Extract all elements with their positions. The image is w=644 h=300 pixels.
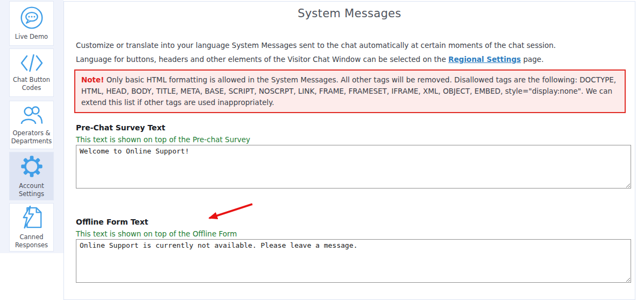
sidebar-item-live-demo[interactable]: Live Demo (9, 1, 54, 46)
regional-settings-link[interactable]: Regional Settings (448, 55, 521, 64)
sidebar-item-label: Live Demo (10, 33, 53, 41)
annotation-arrow-icon (197, 201, 254, 225)
note-box: Note! Only basic HTML formatting is allo… (74, 69, 626, 113)
prechat-survey-textarea[interactable]: Welcome to Online Support! (76, 145, 631, 189)
note-label: Note! (81, 75, 104, 84)
people-icon (20, 104, 44, 126)
sidebar-item-canned-responses[interactable]: Canned Responses (9, 203, 54, 252)
intro-line-2-prefix: Language for buttons, headers and other … (76, 55, 448, 64)
prechat-survey-description: This text is shown on top of the Pre-cha… (76, 135, 250, 144)
intro-line-1: Customize or translate into your languag… (76, 41, 556, 50)
lightning-page-icon (19, 205, 44, 230)
sidebar-item-label: Chat Button Codes (10, 76, 53, 92)
chat-bubble-icon (20, 6, 44, 30)
offline-form-heading: Offline Form Text (76, 218, 148, 226)
page-title: System Messages (64, 7, 635, 20)
prechat-survey-heading: Pre-Chat Survey Text (76, 123, 165, 132)
main-panel: System Messages Customize or translate i… (63, 1, 635, 300)
gear-icon (19, 154, 44, 179)
offline-form-description: This text is shown on top of the Offline… (76, 229, 237, 238)
sidebar-item-operators-departments[interactable]: Operators & Departments (9, 101, 54, 149)
offline-form-textarea[interactable]: Online Support is currently not availabl… (76, 239, 631, 283)
code-icon (19, 53, 44, 73)
intro-line-2: Language for buttons, headers and other … (76, 55, 543, 64)
sidebar-item-account-settings[interactable]: Account Settings (9, 152, 54, 200)
sidebar-item-chat-button-codes[interactable]: Chat Button Codes (9, 48, 54, 97)
sidebar-item-label: Operators & Departments (10, 129, 53, 145)
note-text: Only basic HTML formatting is allowed in… (81, 75, 616, 107)
sidebar-item-label: Account Settings (10, 182, 53, 198)
intro-line-2-suffix: page. (521, 55, 543, 64)
sidebar-item-label: Canned Responses (10, 233, 53, 249)
